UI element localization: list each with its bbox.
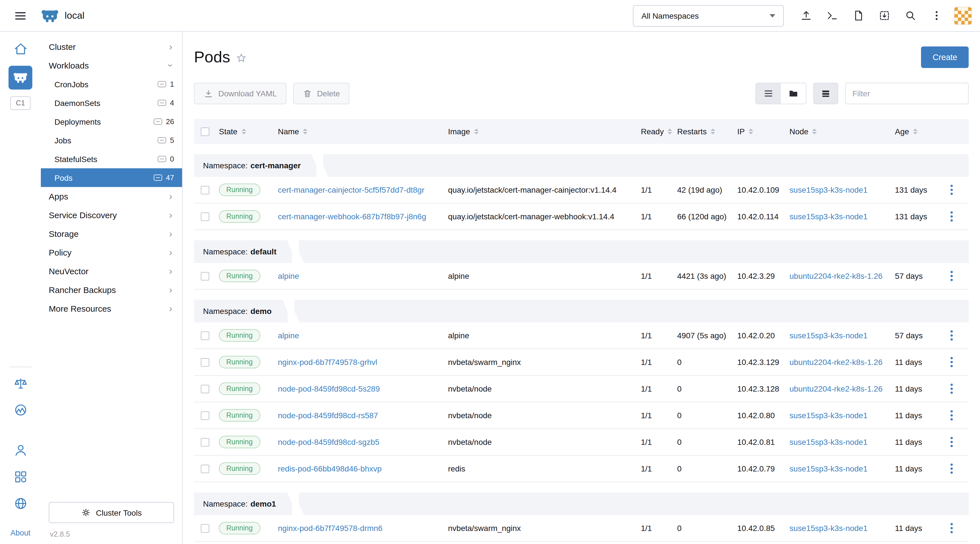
sidebar-item-pods[interactable]: Pods 47 xyxy=(41,168,182,187)
table-row[interactable]: Running nginx-pod-6b7f749578-drmn6 nvbet… xyxy=(194,515,969,542)
row-actions-menu[interactable] xyxy=(946,519,957,538)
row-checkbox[interactable] xyxy=(201,465,209,473)
column-header-state[interactable]: State xyxy=(219,127,278,136)
row-actions-menu[interactable] xyxy=(946,379,957,398)
sidebar-item-statefulsets[interactable]: StatefulSets 0 xyxy=(41,150,182,168)
table-row[interactable]: Running node-pod-8459fd98cd-sgzb5 nvbeta… xyxy=(194,429,969,455)
table-row[interactable]: Running cert-manager-cainjector-5cf5f57d… xyxy=(194,177,969,203)
extensions-button[interactable] xyxy=(13,470,27,485)
pod-name-link[interactable]: alpine xyxy=(278,331,299,340)
sidebar-item-service-discovery[interactable]: Service Discovery xyxy=(41,206,182,224)
sidebar-item-workloads[interactable]: Workloads xyxy=(41,56,182,75)
select-all-checkbox[interactable] xyxy=(201,127,209,136)
delete-button[interactable]: Delete xyxy=(293,83,350,104)
column-header-name[interactable]: Name xyxy=(278,127,448,136)
pod-name-link[interactable]: cert-manager-webhook-687b7f8b97-j8n6g xyxy=(278,212,426,221)
row-checkbox[interactable] xyxy=(201,186,209,194)
search-button[interactable] xyxy=(898,4,922,27)
docs-button[interactable] xyxy=(846,4,870,27)
column-header-restarts[interactable]: Restarts xyxy=(677,127,737,136)
harvester-button[interactable] xyxy=(13,403,27,419)
download-yaml-button[interactable]: Download YAML xyxy=(194,83,286,104)
cluster-manager-tile[interactable] xyxy=(8,66,32,90)
pod-node-link[interactable]: suse15sp3-k3s-node1 xyxy=(789,523,868,533)
pod-node-link[interactable]: suse15sp3-k3s-node1 xyxy=(789,464,868,473)
sidebar-item-neuvector[interactable]: NeuVector xyxy=(41,262,182,281)
table-row[interactable]: Running redis-pod-66bb498d46-bhxvp redis… xyxy=(194,455,969,482)
cluster-c1-badge[interactable]: C1 xyxy=(10,96,30,110)
row-checkbox[interactable] xyxy=(201,358,209,366)
pod-name-link[interactable]: nginx-pod-6b7f749578-grhvl xyxy=(278,358,377,366)
cluster-tools-button[interactable]: Cluster Tools xyxy=(49,502,174,523)
pod-node-link[interactable]: suse15sp3-k3s-node1 xyxy=(789,185,868,194)
column-header-image[interactable]: Image xyxy=(448,127,641,136)
pod-node-link[interactable]: ubuntu2204-rke2-k8s-1.26 xyxy=(789,358,883,366)
column-header-node[interactable]: Node xyxy=(789,127,895,136)
sidebar-item-cronjobs[interactable]: CronJobs 1 xyxy=(41,75,182,94)
pod-name-link[interactable]: alpine xyxy=(278,271,299,281)
filter-input[interactable] xyxy=(845,83,969,104)
row-actions-menu[interactable] xyxy=(946,406,957,425)
sidebar-item-policy[interactable]: Policy xyxy=(41,243,182,262)
row-actions-menu[interactable] xyxy=(946,459,957,478)
grouped-rows-view-button[interactable] xyxy=(813,83,838,104)
create-button[interactable]: Create xyxy=(921,46,969,68)
sidebar-item-jobs[interactable]: Jobs 5 xyxy=(41,131,182,150)
pod-node-link[interactable]: ubuntu2204-rke2-k8s-1.26 xyxy=(789,271,883,281)
row-actions-menu[interactable] xyxy=(946,180,957,200)
column-header-ip[interactable]: IP xyxy=(737,127,789,136)
pod-name-link[interactable]: node-pod-8459fd98cd-sgzb5 xyxy=(278,438,379,447)
table-row[interactable]: Running nginx-pod-6b7f749578-grhvl nvbet… xyxy=(194,349,969,376)
sidebar-item-apps[interactable]: Apps xyxy=(41,187,182,206)
sidebar-item-cluster[interactable]: Cluster xyxy=(41,37,182,56)
list-view-button[interactable] xyxy=(756,83,781,104)
cluster-brand[interactable]: local xyxy=(41,9,137,22)
kubectl-shell-button[interactable] xyxy=(820,4,844,27)
folder-view-button[interactable] xyxy=(781,83,806,104)
table-row[interactable]: Running alpine alpine 1/1 4907 (5s ago) … xyxy=(194,322,969,349)
pod-node-link[interactable]: suse15sp3-k3s-node1 xyxy=(789,411,868,420)
row-actions-menu[interactable] xyxy=(946,352,957,372)
pod-name-link[interactable]: nginx-pod-6b7f749578-drmn6 xyxy=(278,523,383,533)
table-row[interactable]: Running cert-manager-webhook-687b7f8b97-… xyxy=(194,203,969,230)
table-row[interactable]: Running node-pod-8459fd98cd-rs587 nvbeta… xyxy=(194,402,969,429)
pod-name-link[interactable]: node-pod-8459fd98cd-rs587 xyxy=(278,411,378,420)
row-checkbox[interactable] xyxy=(201,438,209,446)
namespace-filter-select[interactable]: All Namespaces xyxy=(633,5,784,26)
user-avatar[interactable] xyxy=(954,6,972,25)
sidebar-item-daemonsets[interactable]: DaemonSets 4 xyxy=(41,94,182,112)
row-checkbox[interactable] xyxy=(201,411,209,420)
row-actions-menu[interactable] xyxy=(946,326,957,345)
row-checkbox[interactable] xyxy=(201,524,209,532)
scale-button[interactable] xyxy=(13,376,27,392)
row-checkbox[interactable] xyxy=(201,331,209,340)
pod-node-link[interactable]: suse15sp3-k3s-node1 xyxy=(789,438,868,447)
sidebar-item-storage[interactable]: Storage xyxy=(41,224,182,243)
column-header-age[interactable]: Age xyxy=(895,127,944,136)
pod-name-link[interactable]: cert-manager-cainjector-5cf5f57dd7-dt8gr xyxy=(278,185,425,194)
pod-node-link[interactable]: suse15sp3-k3s-node1 xyxy=(789,212,868,221)
sidebar-item-more-resources[interactable]: More Resources xyxy=(41,299,182,318)
table-row[interactable]: Running node-pod-8459fd98cd-5s289 nvbeta… xyxy=(194,376,969,402)
column-header-ready[interactable]: Ready xyxy=(641,127,677,136)
globe-button[interactable] xyxy=(13,496,27,512)
home-button[interactable] xyxy=(13,42,27,58)
row-actions-menu[interactable] xyxy=(946,432,957,452)
sidebar-item-rancher-backups[interactable]: Rancher Backups xyxy=(41,281,182,299)
main-menu-button[interactable] xyxy=(0,10,41,22)
row-checkbox[interactable] xyxy=(201,212,209,221)
header-kebab-button[interactable] xyxy=(924,4,948,27)
pod-name-link[interactable]: redis-pod-66bb498d46-bhxvp xyxy=(278,464,382,473)
pod-node-link[interactable]: suse15sp3-k3s-node1 xyxy=(789,331,868,340)
favorite-star-icon[interactable] xyxy=(236,53,247,65)
import-yaml-button[interactable] xyxy=(872,4,896,27)
about-link[interactable]: About xyxy=(11,529,30,537)
row-actions-menu[interactable] xyxy=(946,207,957,226)
pod-name-link[interactable]: node-pod-8459fd98cd-5s289 xyxy=(278,384,380,393)
pod-node-link[interactable]: ubuntu2204-rke2-k8s-1.26 xyxy=(789,384,883,393)
row-actions-menu[interactable] xyxy=(946,266,957,285)
row-checkbox[interactable] xyxy=(201,384,209,393)
upload-button[interactable] xyxy=(794,4,818,27)
sidebar-item-deployments[interactable]: Deployments 26 xyxy=(41,112,182,131)
row-checkbox[interactable] xyxy=(201,272,209,280)
